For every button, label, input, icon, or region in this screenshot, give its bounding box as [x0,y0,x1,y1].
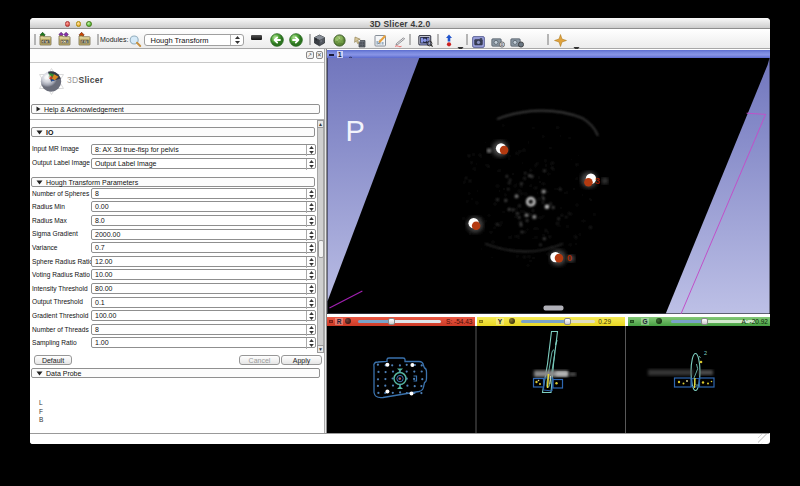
svg-text:2: 2 [704,350,707,356]
svg-text:3: 3 [595,176,600,186]
svg-text:SAVE: SAVE [80,40,88,44]
svg-text:0: 0 [567,253,572,263]
svg-text:DATA: DATA [41,40,50,44]
svg-text:P: P [345,115,364,147]
svg-text:DCM: DCM [61,40,68,44]
